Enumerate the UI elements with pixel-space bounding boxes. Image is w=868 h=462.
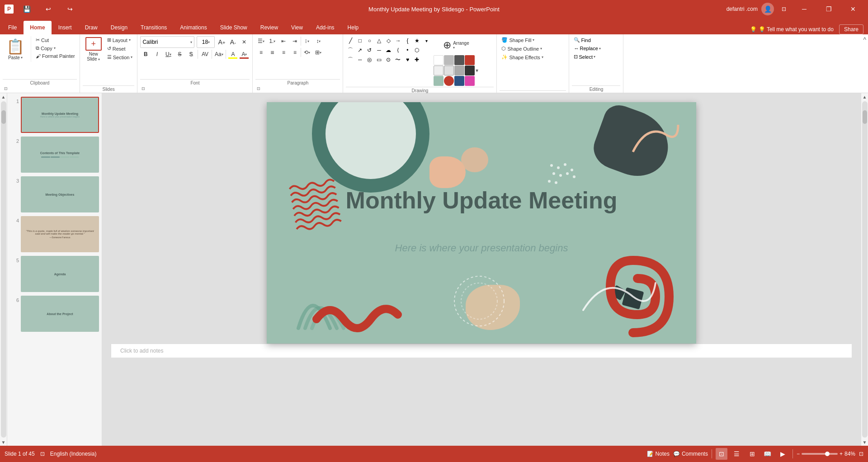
- shape-doublearrow[interactable]: ↔: [355, 55, 364, 64]
- shape-ring[interactable]: ◎: [365, 55, 374, 64]
- qs-item-11[interactable]: [454, 76, 464, 86]
- screen-toggle[interactable]: ⊡: [778, 3, 790, 15]
- font-size-selector[interactable]: 18 ▾: [197, 36, 215, 48]
- columns-button[interactable]: ⫶ ▾: [302, 36, 312, 46]
- shape-cloud[interactable]: ☁: [384, 46, 393, 55]
- qs-item-7[interactable]: [454, 66, 464, 75]
- right-scroll-down[interactable]: ▼: [861, 438, 868, 446]
- strikethrough-button[interactable]: S: [174, 49, 185, 59]
- slide-image-1[interactable]: Monthly Update Meeting Here is where you…: [21, 97, 99, 133]
- qs-item-1[interactable]: [434, 55, 443, 65]
- shape-cross[interactable]: ✚: [412, 55, 421, 64]
- font-color-highlight[interactable]: A: [227, 49, 238, 59]
- slide-thumb-5[interactable]: 5 Agenda: [10, 256, 99, 292]
- shape-scribble[interactable]: ↺: [365, 46, 374, 55]
- qs-item-4[interactable]: [465, 55, 475, 65]
- format-painter-button[interactable]: 🖌 Format Painter: [34, 52, 77, 60]
- bullets-button[interactable]: ☰ ▾: [255, 36, 266, 46]
- shape-bracket[interactable]: {: [403, 36, 412, 45]
- normal-view-button[interactable]: ⊡: [716, 448, 727, 460]
- zoom-out-button[interactable]: −: [797, 451, 800, 457]
- justify-button[interactable]: ≡: [289, 47, 300, 57]
- shape-rect[interactable]: □: [355, 36, 364, 45]
- user-avatar[interactable]: 👤: [761, 3, 774, 15]
- outline-view-button[interactable]: ☰: [731, 448, 743, 460]
- qs-item-10[interactable]: [444, 76, 454, 86]
- increase-indent-button[interactable]: ⇥: [289, 36, 300, 46]
- tell-me-label[interactable]: 💡 Tell me what you want to do: [759, 26, 834, 33]
- shape-arc[interactable]: ⌒: [346, 55, 355, 64]
- shape-line2[interactable]: ─: [374, 46, 383, 55]
- qs-item-9[interactable]: [434, 76, 443, 86]
- find-button[interactable]: 🔍 Find: [572, 36, 592, 44]
- case-button[interactable]: Aa ▾: [213, 49, 224, 59]
- qs-item-6[interactable]: [444, 66, 454, 75]
- slide-thumb-1[interactable]: 1 Monthly Update Meeting Here is where y…: [10, 97, 99, 133]
- slide-thumb-3[interactable]: 3 Meeting Objectives: [10, 176, 99, 212]
- reading-view-button[interactable]: 📖: [762, 448, 774, 460]
- select-button[interactable]: ⊡ Select ▾: [572, 53, 597, 61]
- notes-area[interactable]: Click to add notes: [111, 344, 852, 358]
- comments-button[interactable]: 💬 Comments: [673, 451, 708, 457]
- shape-heart[interactable]: ♥: [403, 55, 412, 64]
- shape-expand[interactable]: ▾: [422, 36, 431, 45]
- qs-item-5[interactable]: [434, 66, 443, 75]
- numbering-button[interactable]: 1. ▾: [267, 36, 278, 46]
- restore-button[interactable]: ❐: [818, 0, 839, 18]
- font-expand[interactable]: ⊡: [140, 85, 146, 92]
- decrease-font-button[interactable]: A-: [227, 37, 238, 47]
- zoom-slider[interactable]: [802, 453, 838, 455]
- tab-transitions[interactable]: Transitions: [134, 21, 173, 34]
- align-left-button[interactable]: ≡: [255, 47, 266, 57]
- char-spacing-button[interactable]: AV: [199, 49, 210, 59]
- shape-star[interactable]: ★: [412, 36, 421, 45]
- shape-curve[interactable]: ⌒: [346, 46, 355, 55]
- shape-fill-button[interactable]: 🪣 Shape Fill ▾: [500, 36, 536, 44]
- shape-triangle[interactable]: △: [374, 36, 383, 45]
- scroll-thumb[interactable]: [1, 110, 6, 124]
- undo-button[interactable]: ↩: [38, 0, 59, 18]
- paste-button[interactable]: 📋 Paste ▾: [3, 36, 28, 62]
- bold-button[interactable]: B: [140, 49, 151, 59]
- font-color-button[interactable]: A ▾: [239, 49, 250, 59]
- tab-draw[interactable]: Draw: [79, 21, 104, 34]
- line-spacing-button[interactable]: ↕ ▾: [313, 36, 324, 46]
- slide-image-2[interactable]: Contents of This Template: [21, 137, 99, 173]
- arrange-button[interactable]: ⊕ Arrange ▾: [434, 36, 478, 54]
- slide-thumb-4[interactable]: 4 "This is a quote, made full of wisdom …: [10, 216, 99, 252]
- slide-image-5[interactable]: Agenda: [21, 256, 99, 292]
- qs-item-2[interactable]: [444, 55, 454, 65]
- share-button[interactable]: Share: [839, 24, 863, 34]
- qs-more-arrow[interactable]: ▾: [476, 67, 478, 74]
- layout-button[interactable]: ⊞ Layout ▾: [105, 36, 135, 44]
- zoom-handle[interactable]: [825, 452, 830, 456]
- tab-help[interactable]: Help: [341, 21, 365, 34]
- shape-effects-button[interactable]: ✨ Shape Effects ▾: [500, 53, 545, 61]
- slide-image-6[interactable]: About the Project: [21, 296, 99, 332]
- shape-arrow[interactable]: →: [393, 36, 402, 45]
- zoom-level[interactable]: 84%: [844, 451, 855, 457]
- convert-smartart-button[interactable]: ⊞ ▾: [313, 47, 324, 57]
- slide-thumb-6[interactable]: 6 About the Project: [10, 296, 99, 332]
- shape-flowchart[interactable]: ⊙: [384, 55, 393, 64]
- zoom-in-button[interactable]: +: [840, 451, 843, 457]
- underline-button[interactable]: U ▾: [163, 49, 174, 59]
- align-center-button[interactable]: ≡: [267, 47, 278, 57]
- shape-oval[interactable]: •: [403, 46, 412, 55]
- redo-button[interactable]: ↪: [60, 0, 80, 18]
- text-direction-button[interactable]: ⟲ ▾: [302, 47, 312, 57]
- shape-wave[interactable]: 〜: [393, 55, 402, 64]
- qs-item-12[interactable]: [465, 76, 475, 86]
- tab-view[interactable]: View: [285, 21, 309, 34]
- italic-button[interactable]: I: [151, 49, 162, 59]
- shape-diamond[interactable]: ◇: [384, 36, 393, 45]
- slide-thumb-2[interactable]: 2 Contents of This Template: [10, 137, 99, 173]
- qs-item-8[interactable]: [465, 66, 475, 75]
- tab-design[interactable]: Design: [104, 21, 134, 34]
- copy-button[interactable]: ⧉ Copy ▾: [34, 44, 77, 52]
- tab-home[interactable]: Home: [24, 21, 51, 34]
- shadow-button[interactable]: S: [185, 49, 196, 59]
- cut-button[interactable]: ✂ Cut: [34, 36, 77, 44]
- clipboard-expand[interactable]: ⊡: [3, 85, 9, 92]
- shape-line[interactable]: ╱: [346, 36, 355, 45]
